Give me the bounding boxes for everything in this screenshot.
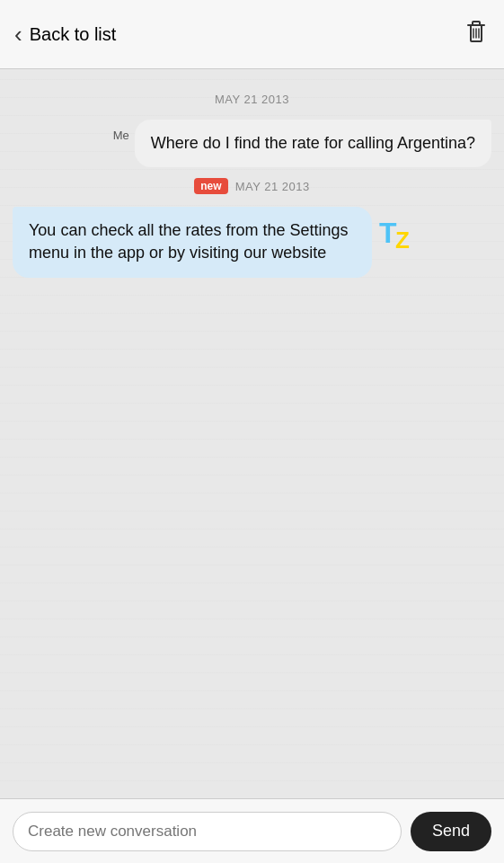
send-button[interactable]: Send xyxy=(411,812,491,851)
new-date-row: new MAY 21 2013 xyxy=(13,178,491,194)
back-label: Back to list xyxy=(30,24,117,45)
back-button[interactable]: ‹ Back to list xyxy=(14,21,116,49)
sent-bubble: Where do I find the rate for calling Arg… xyxy=(135,120,491,167)
header: ‹ Back to list xyxy=(0,0,504,69)
date-separator-1: MAY 21 2013 xyxy=(13,91,491,107)
chat-area: MAY 21 2013 Me Where do I find the rate … xyxy=(0,69,504,798)
trash-icon[interactable] xyxy=(463,17,490,52)
back-arrow-icon: ‹ xyxy=(14,21,22,49)
date-separator-2: MAY 21 2013 xyxy=(235,180,310,193)
received-bubble: You can check all the rates from the Set… xyxy=(13,207,372,277)
message-row-received: You can check all the rates from the Set… xyxy=(13,207,491,277)
svg-text:Z: Z xyxy=(395,227,410,252)
message-row-sent: Me Where do I find the rate for calling … xyxy=(13,120,491,167)
sender-label: Me xyxy=(113,129,129,142)
compose-input[interactable] xyxy=(13,812,402,851)
svg-text:T: T xyxy=(379,217,397,249)
new-badge: new xyxy=(194,178,227,194)
tz-logo-avatar: T Z xyxy=(377,210,420,254)
footer: Send xyxy=(0,798,504,863)
svg-rect-2 xyxy=(473,22,480,25)
